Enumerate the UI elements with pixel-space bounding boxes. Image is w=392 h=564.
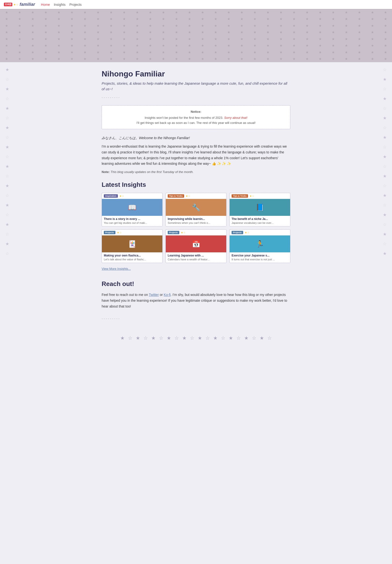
side-star: ★ — [383, 135, 387, 140]
insight-card-header: Inspiration ★☆ — [102, 193, 162, 199]
nav-insights-link[interactable]: Insights — [54, 3, 65, 7]
main-content: Nihongo Familiar Projects, stories, & id… — [97, 62, 295, 335]
insight-card[interactable]: Inspiration ★☆ 📖 There is a story in eve… — [102, 193, 163, 226]
insight-card-stars: ★☆ — [119, 194, 124, 198]
reach-paragraph: Feel free to reach out to me on Twitter … — [102, 292, 290, 309]
logo[interactable]: 日本語 ★☆ familiar — [4, 2, 35, 7]
insight-card[interactable]: Projects ★☆ 🏃 Exercise your Japanese s..… — [229, 229, 290, 263]
side-star: ☆ — [383, 222, 387, 227]
bottom-stars-decoration: ★☆★☆★☆★☆★☆ ★☆★☆★☆★☆★☆ — [0, 335, 392, 341]
insight-card-body: Improvising while learnin... Sometimes w… — [166, 216, 226, 226]
side-star: ☆ — [5, 174, 9, 179]
insight-card-title: Learning Japanese with ... — [168, 254, 224, 257]
insight-card[interactable]: Tips & Tricks ★☆ 📘 The benefit of a nich… — [229, 193, 290, 226]
insight-card-stars: ★☆ — [186, 194, 190, 198]
twitter-text-link[interactable]: Twitter — [149, 293, 159, 297]
insight-card-title: There is a story in every ... — [104, 217, 160, 221]
insight-card-desc: It turns out that exercise is not just .… — [232, 258, 288, 261]
side-star: ★ — [383, 212, 387, 218]
insight-card-title: Exercise your Japanese s... — [232, 254, 288, 257]
reach-out-section: Reach out! Feel free to reach out to me … — [102, 280, 290, 309]
intro-note-text: This blog usually updates on the first T… — [111, 170, 194, 174]
insight-card[interactable]: Projects ★☆ 📅 Learning Japanese with ...… — [166, 229, 226, 263]
notice-text-italic: Sorry about that! — [223, 116, 248, 120]
side-star: ☆ — [5, 193, 9, 198]
side-star: ★ — [5, 86, 9, 92]
side-star: ★ — [383, 115, 387, 121]
side-star: ★ — [383, 96, 387, 101]
insight-card-desc: Sometimes when you can't think o... — [168, 221, 224, 224]
insight-card[interactable]: Projects ★☆ 🃏 Making your own flashca...… — [102, 229, 163, 263]
insight-card[interactable]: Tips & Tricks ★☆ 🔧 Improvising while lea… — [166, 193, 226, 226]
insights-section-title: Latest Insights — [102, 181, 290, 189]
side-star: ☆ — [5, 232, 9, 237]
notice-text-1: Insights won't be posted for the first f… — [108, 116, 284, 120]
side-star: ☆ — [383, 203, 387, 208]
nav-projects-link[interactable]: Projects — [70, 3, 82, 7]
site-title: Nihongo Familiar — [102, 69, 290, 78]
side-star: ★ — [5, 241, 9, 247]
side-star: ☆ — [383, 86, 387, 92]
nav-home-link[interactable]: Home — [41, 3, 50, 7]
notice-text-normal: Insights won't be posted for the first f… — [145, 116, 223, 120]
insight-card-stars: ★☆ — [181, 231, 186, 234]
insight-card-thumbnail: 📅 — [166, 235, 226, 252]
nav-links: Home Insights Projects — [41, 2, 82, 7]
insight-card-title: Making your own flashca... — [104, 254, 160, 257]
insight-card-stars: ★☆ — [250, 194, 254, 198]
insight-tag-badge: Projects — [232, 231, 243, 234]
insight-card-body: Exercise your Japanese s... It turns out… — [230, 252, 290, 263]
insight-card-stars: ★☆ — [117, 231, 122, 234]
side-star: ★ — [5, 144, 9, 150]
side-star: ☆ — [5, 115, 9, 121]
notice-box: Notice: Insights won't be posted for the… — [102, 105, 290, 129]
side-star: ★ — [5, 67, 9, 72]
insight-card-desc: You can get big studies out of maki... — [104, 221, 160, 224]
side-star: ☆ — [5, 251, 9, 256]
notice-label: Notice: — [108, 110, 284, 113]
side-star: ★ — [5, 222, 9, 227]
left-side-stars: ★ ☆ ★ ☆ ★ ☆ ★ ☆ ★ ☆ ★ ☆ ★ ☆ ★ ☆ ★ ☆ ★ ☆ — [0, 62, 14, 564]
notice-text-2: I'll get things set back up as soon as I… — [108, 121, 284, 124]
insight-tag-badge: Tips & Tricks — [168, 194, 184, 198]
side-star: ☆ — [5, 154, 9, 159]
insight-card-body: Making your own flashca... Let's talk ab… — [102, 252, 162, 263]
insight-tag-badge: Tips & Tricks — [232, 194, 248, 198]
side-star: ★ — [383, 251, 387, 256]
intro-japanese: みなさん、こんにちは。Welcome to the Nihongo Famili… — [102, 136, 290, 140]
insight-card-desc: Let's talk about the value of flashc... — [104, 258, 160, 261]
insight-card-body: There is a story in every ... You can ge… — [102, 216, 162, 226]
insight-card-header: Tips & Tricks ★☆ — [166, 193, 226, 199]
insight-card-title: The benefit of a niche Ja... — [232, 217, 288, 221]
side-star: ★ — [383, 174, 387, 179]
logo-japanese-badge: 日本語 — [4, 3, 12, 6]
side-star: ☆ — [383, 125, 387, 130]
side-star: ☆ — [383, 144, 387, 150]
side-star: ☆ — [383, 67, 387, 72]
hero-stars-pattern: ★★★★★★★★★★★★★★★★★★★★★★★★★★★★★★★★★★★★★★★★… — [0, 9, 392, 62]
side-star: ★ — [5, 106, 9, 111]
insight-card-thumbnail: 📖 — [102, 199, 162, 216]
insight-card-header: Projects ★☆ — [230, 230, 290, 235]
insight-card-thumbnail: 🔧 — [166, 199, 226, 216]
side-star: ☆ — [5, 135, 9, 140]
side-star: ★ — [5, 183, 9, 189]
insight-card-stars: ★☆ — [245, 231, 250, 234]
insights-grid: Inspiration ★☆ 📖 There is a story in eve… — [102, 193, 290, 263]
view-more-insights-link[interactable]: View More Insights... — [102, 267, 131, 271]
insight-card-body: The benefit of a niche Ja... Japanese vo… — [230, 216, 290, 226]
reach-out-title: Reach out! — [102, 280, 290, 288]
insight-tag-badge: Projects — [104, 231, 115, 234]
side-star: ★ — [383, 77, 387, 82]
intro-note: Note: This blog usually updates on the f… — [102, 170, 290, 174]
side-star: ★ — [383, 232, 387, 237]
side-star: ★ — [5, 125, 9, 130]
top-divider: --------- — [102, 96, 290, 99]
logo-text: familiar — [20, 2, 35, 7]
side-star: ★ — [5, 203, 9, 208]
side-star: ★ — [5, 164, 9, 169]
insight-card-thumbnail: 📘 — [230, 199, 290, 216]
side-star: ☆ — [383, 164, 387, 169]
insight-card-body: Learning Japanese with ... Calendars hav… — [166, 252, 226, 263]
kofi-text-link[interactable]: Ko-fi — [164, 293, 171, 297]
